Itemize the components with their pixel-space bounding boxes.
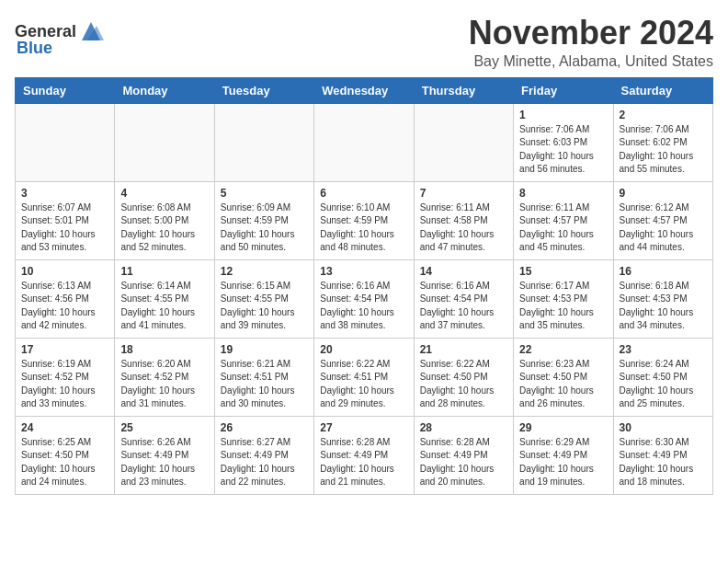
day-number: 25 bbox=[120, 421, 208, 434]
weekday-header-row: SundayMondayTuesdayWednesdayThursdayFrid… bbox=[16, 77, 713, 103]
day-info: Sunrise: 6:11 AM Sunset: 4:57 PM Dayligh… bbox=[519, 201, 607, 255]
day-number: 18 bbox=[120, 343, 208, 356]
day-number: 4 bbox=[120, 187, 208, 200]
day-number: 22 bbox=[519, 343, 607, 356]
day-info: Sunrise: 6:09 AM Sunset: 4:59 PM Dayligh… bbox=[221, 201, 308, 255]
day-number: 17 bbox=[21, 343, 108, 356]
day-info: Sunrise: 6:28 AM Sunset: 4:49 PM Dayligh… bbox=[320, 436, 407, 489]
day-info: Sunrise: 6:15 AM Sunset: 4:55 PM Dayligh… bbox=[221, 280, 308, 333]
day-number: 16 bbox=[620, 265, 707, 278]
day-info: Sunrise: 6:21 AM Sunset: 4:51 PM Dayligh… bbox=[221, 358, 308, 411]
day-info: Sunrise: 6:18 AM Sunset: 4:53 PM Dayligh… bbox=[620, 280, 707, 333]
day-info: Sunrise: 6:22 AM Sunset: 4:50 PM Dayligh… bbox=[420, 358, 507, 411]
calendar-cell bbox=[214, 103, 313, 181]
calendar-cell bbox=[414, 103, 513, 181]
calendar-cell: 2Sunrise: 7:06 AM Sunset: 6:02 PM Daylig… bbox=[613, 103, 712, 181]
weekday-header-saturday: Saturday bbox=[613, 77, 712, 103]
day-number: 23 bbox=[620, 343, 707, 356]
calendar-cell: 29Sunrise: 6:29 AM Sunset: 4:49 PM Dayli… bbox=[514, 416, 613, 494]
weekday-header-wednesday: Wednesday bbox=[314, 77, 414, 103]
day-info: Sunrise: 6:17 AM Sunset: 4:53 PM Dayligh… bbox=[519, 280, 607, 333]
week-row-1: 1Sunrise: 7:06 AM Sunset: 6:03 PM Daylig… bbox=[16, 103, 713, 181]
calendar-cell: 23Sunrise: 6:24 AM Sunset: 4:50 PM Dayli… bbox=[613, 338, 712, 416]
day-number: 29 bbox=[519, 421, 607, 434]
day-number: 7 bbox=[420, 187, 507, 200]
day-info: Sunrise: 6:16 AM Sunset: 4:54 PM Dayligh… bbox=[320, 280, 407, 333]
day-number: 13 bbox=[320, 265, 407, 278]
calendar-cell bbox=[16, 103, 115, 181]
calendar-cell: 10Sunrise: 6:13 AM Sunset: 4:56 PM Dayli… bbox=[16, 259, 115, 338]
day-number: 2 bbox=[620, 109, 707, 121]
day-info: Sunrise: 6:08 AM Sunset: 5:00 PM Dayligh… bbox=[120, 201, 208, 255]
day-number: 19 bbox=[221, 343, 308, 356]
weekday-header-friday: Friday bbox=[514, 77, 613, 103]
calendar-cell: 3Sunrise: 6:07 AM Sunset: 5:01 PM Daylig… bbox=[16, 181, 115, 259]
calendar-cell: 8Sunrise: 6:11 AM Sunset: 4:57 PM Daylig… bbox=[514, 181, 613, 259]
day-number: 12 bbox=[221, 265, 308, 278]
week-row-4: 17Sunrise: 6:19 AM Sunset: 4:52 PM Dayli… bbox=[16, 338, 713, 416]
day-info: Sunrise: 6:29 AM Sunset: 4:49 PM Dayligh… bbox=[519, 436, 607, 489]
weekday-header-thursday: Thursday bbox=[414, 77, 513, 103]
calendar-cell: 30Sunrise: 6:30 AM Sunset: 4:49 PM Dayli… bbox=[613, 416, 712, 494]
day-number: 15 bbox=[519, 265, 607, 278]
day-number: 24 bbox=[21, 421, 108, 434]
day-number: 9 bbox=[620, 187, 707, 200]
day-number: 26 bbox=[221, 421, 308, 434]
calendar-cell: 7Sunrise: 6:11 AM Sunset: 4:58 PM Daylig… bbox=[414, 181, 513, 259]
day-info: Sunrise: 6:13 AM Sunset: 4:56 PM Dayligh… bbox=[21, 280, 108, 333]
day-number: 5 bbox=[221, 187, 308, 200]
week-row-5: 24Sunrise: 6:25 AM Sunset: 4:50 PM Dayli… bbox=[16, 416, 713, 494]
day-number: 8 bbox=[519, 187, 607, 200]
calendar-cell: 13Sunrise: 6:16 AM Sunset: 4:54 PM Dayli… bbox=[314, 259, 414, 338]
logo-icon bbox=[78, 18, 104, 44]
day-info: Sunrise: 6:27 AM Sunset: 4:49 PM Dayligh… bbox=[221, 436, 308, 489]
day-info: Sunrise: 6:19 AM Sunset: 4:52 PM Dayligh… bbox=[21, 358, 108, 411]
day-info: Sunrise: 6:23 AM Sunset: 4:50 PM Dayligh… bbox=[519, 358, 607, 411]
calendar-cell: 4Sunrise: 6:08 AM Sunset: 5:00 PM Daylig… bbox=[115, 181, 214, 259]
calendar-table: SundayMondayTuesdayWednesdayThursdayFrid… bbox=[15, 77, 713, 495]
day-info: Sunrise: 6:26 AM Sunset: 4:49 PM Dayligh… bbox=[120, 436, 208, 489]
calendar-cell: 12Sunrise: 6:15 AM Sunset: 4:55 PM Dayli… bbox=[214, 259, 313, 338]
day-info: Sunrise: 6:24 AM Sunset: 4:50 PM Dayligh… bbox=[620, 358, 707, 411]
day-number: 14 bbox=[420, 265, 507, 278]
calendar-cell: 14Sunrise: 6:16 AM Sunset: 4:54 PM Dayli… bbox=[414, 259, 513, 338]
day-number: 11 bbox=[120, 265, 208, 278]
day-info: Sunrise: 6:16 AM Sunset: 4:54 PM Dayligh… bbox=[420, 280, 507, 333]
day-info: Sunrise: 7:06 AM Sunset: 6:03 PM Dayligh… bbox=[519, 123, 607, 177]
week-row-2: 3Sunrise: 6:07 AM Sunset: 5:01 PM Daylig… bbox=[16, 181, 713, 259]
calendar-cell: 1Sunrise: 7:06 AM Sunset: 6:03 PM Daylig… bbox=[514, 103, 613, 181]
weekday-header-monday: Monday bbox=[115, 77, 214, 103]
calendar-cell: 11Sunrise: 6:14 AM Sunset: 4:55 PM Dayli… bbox=[115, 259, 214, 338]
day-number: 28 bbox=[420, 421, 507, 434]
day-number: 6 bbox=[320, 187, 407, 200]
day-number: 27 bbox=[320, 421, 407, 434]
day-number: 21 bbox=[420, 343, 507, 356]
calendar-cell: 19Sunrise: 6:21 AM Sunset: 4:51 PM Dayli… bbox=[214, 338, 313, 416]
calendar-cell: 22Sunrise: 6:23 AM Sunset: 4:50 PM Dayli… bbox=[514, 338, 613, 416]
calendar-cell: 18Sunrise: 6:20 AM Sunset: 4:52 PM Dayli… bbox=[115, 338, 214, 416]
logo-blue: Blue bbox=[17, 39, 52, 58]
title-area: November 2024 Bay Minette, Alabama, Unit… bbox=[469, 15, 713, 70]
calendar-cell bbox=[115, 103, 214, 181]
day-number: 30 bbox=[620, 421, 707, 434]
calendar-cell: 9Sunrise: 6:12 AM Sunset: 4:57 PM Daylig… bbox=[613, 181, 712, 259]
day-info: Sunrise: 6:12 AM Sunset: 4:57 PM Dayligh… bbox=[620, 201, 707, 255]
day-info: Sunrise: 6:14 AM Sunset: 4:55 PM Dayligh… bbox=[120, 280, 208, 333]
location-title: Bay Minette, Alabama, United States bbox=[469, 53, 713, 70]
calendar-cell: 20Sunrise: 6:22 AM Sunset: 4:51 PM Dayli… bbox=[314, 338, 414, 416]
day-number: 20 bbox=[320, 343, 407, 356]
calendar-cell: 25Sunrise: 6:26 AM Sunset: 4:49 PM Dayli… bbox=[115, 416, 214, 494]
calendar-cell: 27Sunrise: 6:28 AM Sunset: 4:49 PM Dayli… bbox=[314, 416, 414, 494]
calendar-cell: 28Sunrise: 6:28 AM Sunset: 4:49 PM Dayli… bbox=[414, 416, 513, 494]
day-info: Sunrise: 6:10 AM Sunset: 4:59 PM Dayligh… bbox=[320, 201, 407, 255]
logo: General Blue bbox=[15, 18, 104, 58]
day-info: Sunrise: 6:20 AM Sunset: 4:52 PM Dayligh… bbox=[120, 358, 208, 411]
calendar-cell: 16Sunrise: 6:18 AM Sunset: 4:53 PM Dayli… bbox=[613, 259, 712, 338]
day-info: Sunrise: 6:07 AM Sunset: 5:01 PM Dayligh… bbox=[21, 201, 108, 255]
month-title: November 2024 bbox=[469, 15, 713, 52]
day-info: Sunrise: 6:28 AM Sunset: 4:49 PM Dayligh… bbox=[420, 436, 507, 489]
calendar-cell: 5Sunrise: 6:09 AM Sunset: 4:59 PM Daylig… bbox=[214, 181, 313, 259]
weekday-header-tuesday: Tuesday bbox=[214, 77, 313, 103]
calendar-cell: 6Sunrise: 6:10 AM Sunset: 4:59 PM Daylig… bbox=[314, 181, 414, 259]
day-info: Sunrise: 6:22 AM Sunset: 4:51 PM Dayligh… bbox=[320, 358, 407, 411]
